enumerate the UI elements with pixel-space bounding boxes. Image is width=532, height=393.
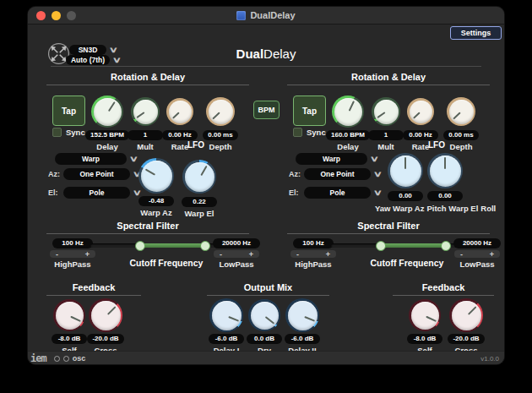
warp-az-value[interactable]: -0.48 xyxy=(138,196,174,206)
delay1-gain-knob[interactable] xyxy=(209,298,243,332)
warp-el-knob[interactable] xyxy=(182,160,216,194)
mult-knob[interactable] xyxy=(372,97,400,126)
minus-button[interactable]: - xyxy=(296,251,299,258)
warp-az-label: Warp Az xyxy=(140,208,171,217)
lfo-depth-knob[interactable] xyxy=(447,97,475,126)
warp-mode-dropdown[interactable]: Warp ∨ xyxy=(296,153,377,165)
section-title: Spectral Filter xyxy=(287,221,490,231)
sync-toggle[interactable]: Sync xyxy=(293,128,326,137)
feedback-self-knob[interactable] xyxy=(409,299,441,331)
app-icon xyxy=(236,11,246,20)
minus-button[interactable]: - xyxy=(56,251,58,258)
el-warp-dropdown[interactable]: El: Pole ∨ xyxy=(289,187,381,199)
lfo-depth-knob[interactable] xyxy=(206,97,235,126)
osc-indicator-icon xyxy=(63,356,69,362)
lowpass-stepper: - + xyxy=(214,250,259,258)
az-warp-dropdown[interactable]: Az: One Point ∨ xyxy=(48,168,140,180)
bpm-button[interactable]: BPM xyxy=(253,101,280,119)
rate-value[interactable]: 0.00 Hz xyxy=(162,130,198,140)
delay2-gain-knob[interactable] xyxy=(285,298,319,332)
plus-button[interactable]: + xyxy=(326,251,330,258)
pitch-warp-el-knob[interactable] xyxy=(427,153,463,188)
knob-group-warp-el: 0.22 Warp El xyxy=(176,157,223,218)
close-button[interactable] xyxy=(36,11,46,20)
sync-toggle[interactable]: Sync xyxy=(52,128,85,137)
pitch-warp-el-value[interactable]: 0.00 xyxy=(427,191,463,201)
feedback-cross-knob[interactable] xyxy=(89,298,122,332)
section-title: Feedback xyxy=(393,282,494,292)
highpass-value[interactable]: 100 Hz xyxy=(293,238,334,248)
lowpass-value[interactable]: 20000 Hz xyxy=(453,238,501,248)
minus-button[interactable]: - xyxy=(220,251,222,258)
section-divider xyxy=(287,233,490,234)
minimize-button[interactable] xyxy=(52,11,61,20)
mult-knob[interactable] xyxy=(131,97,160,126)
tap-tempo-button[interactable]: Tap xyxy=(293,96,326,126)
depth-value[interactable]: 0.00 ms xyxy=(203,130,238,140)
settings-button[interactable]: Settings xyxy=(450,26,502,40)
az-label: Az: xyxy=(289,170,301,178)
warp-el-value[interactable]: 0.22 xyxy=(182,197,217,207)
warp-el-label: Warp El xyxy=(184,209,214,218)
osc-indicator-icon xyxy=(54,356,60,362)
footer-bar: iem osc v1.0.0 xyxy=(28,351,504,364)
slider-fill xyxy=(140,243,205,248)
rotation-delay-right-section: Rotation & Delay Tap Sync 160.0 BPM Dela… xyxy=(287,72,490,85)
lowpass-stepper: - + xyxy=(454,250,500,258)
az-warp-dropdown[interactable]: Az: One Point ∨ xyxy=(289,168,381,180)
self-value[interactable]: -8.0 dB xyxy=(407,334,442,344)
feedback-self-knob[interactable] xyxy=(53,299,85,331)
delay-knob[interactable] xyxy=(91,96,123,128)
warp-mode-value: Warp xyxy=(55,153,127,165)
highpass-value[interactable]: 100 Hz xyxy=(52,238,93,248)
depth-value[interactable]: 0.00 ms xyxy=(443,130,479,140)
tap-tempo-button[interactable]: Tap xyxy=(52,96,85,126)
chevron-down-icon: ∨ xyxy=(370,155,379,163)
yaw-warp-az-value[interactable]: 0.00 xyxy=(388,191,423,201)
dry-gain-knob[interactable] xyxy=(248,299,280,331)
sync-label: Sync xyxy=(66,128,85,137)
rotation-warp-labels: Yaw Warp Az Pitch Warp El Roll xyxy=(375,204,496,213)
lowpass-value[interactable]: 20000 Hz xyxy=(213,238,260,248)
sync-label: Sync xyxy=(307,128,326,137)
window-title: DualDelay xyxy=(250,10,295,20)
warp-mode-dropdown[interactable]: Warp ∨ xyxy=(55,153,137,165)
zoom-button[interactable] xyxy=(67,11,76,20)
warp-mode-value: Warp xyxy=(296,153,367,165)
highpass-thumb[interactable] xyxy=(135,241,145,251)
highpass-label: HighPass xyxy=(54,259,90,269)
section-title: Feedback xyxy=(46,282,141,292)
lfo-rate-knob[interactable] xyxy=(166,98,193,125)
delay1-value[interactable]: -6.0 dB xyxy=(209,334,244,344)
titlebar[interactable]: DualDelay xyxy=(28,7,504,25)
delay2-value[interactable]: -6.0 dB xyxy=(285,334,320,344)
section-divider xyxy=(393,295,494,296)
delay-knob[interactable] xyxy=(332,96,364,128)
yaw-warp-az-knob[interactable] xyxy=(388,153,423,188)
lowpass-group: 20000 Hz - + LowPass xyxy=(213,237,260,269)
plus-button[interactable]: + xyxy=(490,251,494,258)
dry-value[interactable]: 0.0 dB xyxy=(247,334,282,344)
lowpass-label: LowPass xyxy=(459,259,494,269)
el-warp-dropdown[interactable]: El: Pole ∨ xyxy=(48,187,140,199)
section-divider xyxy=(46,295,141,296)
highpass-group: 100 Hz - + HighPass xyxy=(49,237,96,269)
mult-label: Mult xyxy=(377,142,394,151)
warp-az-knob[interactable] xyxy=(138,158,174,194)
osc-status[interactable]: osc xyxy=(54,354,86,363)
lfo-rate-knob[interactable] xyxy=(407,98,434,125)
knob-group-cross: -20.0 dB Cross xyxy=(82,297,129,355)
minus-button[interactable]: - xyxy=(460,251,463,258)
plus-button[interactable]: + xyxy=(249,251,253,258)
knob-group-self: -8.0 dB Self xyxy=(401,297,448,355)
plus-button[interactable]: + xyxy=(85,251,90,258)
highpass-thumb[interactable] xyxy=(376,241,386,251)
mult-label: Mult xyxy=(137,142,154,151)
lowpass-thumb[interactable] xyxy=(200,241,210,251)
rate-value[interactable]: 0.00 Hz xyxy=(403,130,438,140)
lfo-label: LFO xyxy=(422,140,451,150)
checkbox-icon xyxy=(293,128,302,137)
feedback-cross-knob[interactable] xyxy=(449,298,483,332)
iem-logo: iem xyxy=(30,352,46,364)
lowpass-thumb[interactable] xyxy=(441,241,451,251)
